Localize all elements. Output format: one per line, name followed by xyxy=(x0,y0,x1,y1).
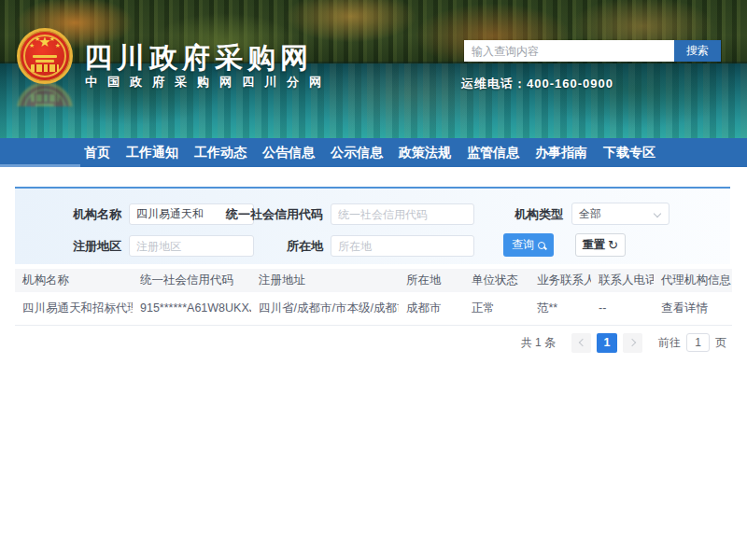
service-phone: 运维电话：400-160-0900 xyxy=(461,76,613,92)
emblem-star-small-icon: ★ xyxy=(49,35,55,42)
query-button-label: 查询 xyxy=(512,237,534,253)
nav-left-highlight xyxy=(0,164,80,167)
chevron-down-icon xyxy=(654,210,661,217)
emblem-gate xyxy=(33,55,57,58)
page-number-button[interactable]: 1 xyxy=(597,333,617,353)
prev-page-button[interactable] xyxy=(571,333,591,353)
site-search-input[interactable] xyxy=(464,40,674,62)
col-location: 所在地 xyxy=(399,269,464,292)
page-unit-label: 页 xyxy=(715,335,726,351)
location-label: 所在地 xyxy=(202,238,323,255)
col-credit-code: 统一社会信用代码 xyxy=(133,269,251,292)
col-org-name: 机构名称 xyxy=(15,269,133,292)
emblem-star-small-icon: ★ xyxy=(35,35,40,42)
national-emblem-icon: ★ ★ ★ ★ ★ xyxy=(17,28,73,84)
view-details-link[interactable]: 查看详情 xyxy=(661,301,708,315)
credit-code-input[interactable] xyxy=(331,203,474,225)
cell-org-name: 四川易通天和招标代理... xyxy=(15,292,133,325)
nav-item-home[interactable]: 首页 xyxy=(84,145,110,161)
col-agency-info: 代理机构信息 xyxy=(654,269,732,292)
next-page-button[interactable] xyxy=(623,333,642,353)
table-row: 四川易通天和招标代理... 915******A61W8UKXJ 四川省/成都市… xyxy=(15,292,732,325)
reset-button-label: 重置 xyxy=(583,237,605,253)
site-subtitle: 中国政府采购网四川分网 xyxy=(85,74,331,91)
table-header-row: 机构名称 统一社会信用代码 注册地址 所在地 单位状态 业务联系人 联系人电话 … xyxy=(15,269,732,292)
cell-location: 成都市 xyxy=(399,292,464,325)
col-phone: 联系人电话 xyxy=(591,269,654,292)
cell-agency-info: 查看详情 xyxy=(654,292,732,325)
total-count: 共 1 条 xyxy=(521,335,556,351)
col-reg-address: 注册地址 xyxy=(251,269,399,292)
org-name-label: 机构名称 xyxy=(15,206,121,223)
org-type-selected-value: 全部 xyxy=(579,206,601,222)
site-title: 四川政府采购网 xyxy=(84,39,313,77)
reg-area-label: 注册地区 xyxy=(15,238,121,255)
goto-page-input[interactable] xyxy=(686,333,710,352)
cell-credit-code: 915******A61W8UKXJ xyxy=(133,292,251,325)
location-input[interactable] xyxy=(331,235,474,257)
org-type-label: 机构类型 xyxy=(460,206,563,223)
nav-items: 首页 工作通知 工作动态 公告信息 公示信息 政策法规 监管信息 办事指南 下载… xyxy=(84,138,655,167)
page: ★ ★ ★ ★ ★ ★ 四川政府采购网 中国政府采购网四川分网 搜索 运维电话 xyxy=(0,0,747,560)
col-contact: 业务联系人 xyxy=(529,269,591,292)
emblem-gate xyxy=(31,64,59,72)
results-table: 机构名称 统一社会信用代码 注册地址 所在地 单位状态 业务联系人 联系人电话 … xyxy=(15,269,732,326)
cell-reg-address: 四川省/成都市/市本级/成都市... xyxy=(251,292,399,325)
col-status: 单位状态 xyxy=(464,269,529,292)
site-logo: ★ ★ ★ ★ ★ ★ xyxy=(17,28,77,101)
nav-item-work-news[interactable]: 工作动态 xyxy=(194,145,247,161)
goto-page-label: 前往 xyxy=(658,335,681,351)
search-filter-panel: 机构名称 统一社会信用代码 机构类型 全部 注册地区 所在地 查询 重置 ↻ xyxy=(15,187,730,264)
main-navbar: 首页 工作通知 工作动态 公告信息 公示信息 政策法规 监管信息 办事指南 下载… xyxy=(0,138,747,167)
org-type-select[interactable]: 全部 xyxy=(571,203,669,225)
nav-item-announcements[interactable]: 公告信息 xyxy=(262,145,315,161)
nav-item-downloads[interactable]: 下载专区 xyxy=(603,145,655,161)
query-button[interactable]: 查询 xyxy=(503,233,554,257)
credit-code-label: 统一社会信用代码 xyxy=(202,206,323,223)
search-icon xyxy=(538,242,545,249)
site-search-bar: 搜索 xyxy=(464,40,721,62)
cell-phone: -- xyxy=(591,292,654,325)
cell-contact: 范** xyxy=(529,292,591,325)
pagination: 共 1 条 1 前往 页 xyxy=(521,332,726,353)
refresh-icon: ↻ xyxy=(608,238,618,252)
nav-item-supervision[interactable]: 监管信息 xyxy=(467,145,519,161)
cell-status: 正常 xyxy=(464,292,529,325)
nav-item-publicity[interactable]: 公示信息 xyxy=(331,145,383,161)
emblem-gate xyxy=(35,60,54,63)
nav-item-guide[interactable]: 办事指南 xyxy=(535,145,587,161)
chevron-right-icon xyxy=(627,339,635,346)
logo-reflection: ★ xyxy=(17,82,73,106)
chevron-left-icon xyxy=(578,339,585,346)
emblem-star-small-icon: ★ xyxy=(29,42,35,49)
site-search-button[interactable]: 搜索 xyxy=(674,40,721,62)
nav-item-policies[interactable]: 政策法规 xyxy=(399,145,451,161)
emblem-star-small-icon: ★ xyxy=(55,42,61,49)
nav-item-work-notice[interactable]: 工作通知 xyxy=(126,145,178,161)
reset-button[interactable]: 重置 ↻ xyxy=(575,233,626,257)
hero-banner: ★ ★ ★ ★ ★ ★ 四川政府采购网 中国政府采购网四川分网 搜索 运维电话 xyxy=(0,0,747,138)
